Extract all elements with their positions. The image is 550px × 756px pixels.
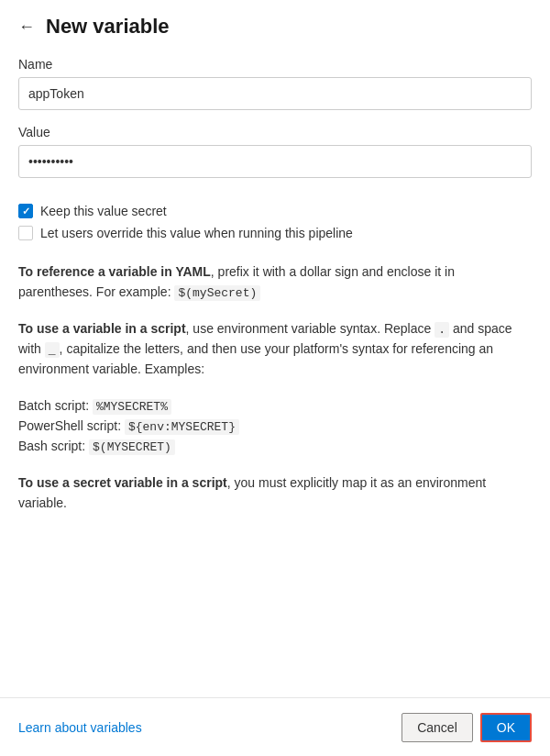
name-section: Name [18, 57, 532, 110]
back-button[interactable]: ← [18, 18, 35, 35]
name-label: Name [18, 57, 532, 72]
checkbox-group: Keep this value secret Let users overrid… [18, 204, 532, 240]
secret-var-block: To use a secret variable in a script, yo… [18, 473, 532, 513]
let-override-checkbox-item[interactable]: Let users override this value when runni… [18, 226, 532, 240]
let-override-label: Let users override this value when runni… [40, 226, 353, 240]
batch-example: Batch script: %MYSECRET% [18, 396, 532, 417]
keep-secret-checkbox-item[interactable]: Keep this value secret [18, 204, 532, 218]
page-title: New variable [46, 15, 170, 39]
footer: Learn about variables Cancel OK [0, 697, 550, 756]
keep-secret-checkbox[interactable] [18, 204, 33, 218]
footer-buttons: Cancel OK [402, 713, 532, 742]
yaml-ref-block: To reference a variable in YAML, prefix … [18, 262, 532, 303]
page-header: ← New variable [18, 15, 532, 39]
script-var-block: To use a variable in a script, use envir… [18, 319, 532, 380]
name-input[interactable] [18, 77, 532, 110]
value-section: Value [18, 125, 532, 178]
powershell-example: PowerShell script: ${env:MYSECRET} [18, 417, 532, 437]
examples-block: Batch script: %MYSECRET% PowerShell scri… [18, 396, 532, 457]
cancel-button[interactable]: Cancel [402, 713, 473, 742]
value-input[interactable] [18, 145, 532, 178]
learn-link[interactable]: Learn about variables [18, 720, 142, 735]
ok-button[interactable]: OK [480, 713, 532, 742]
let-override-checkbox[interactable] [18, 226, 33, 240]
value-label: Value [18, 125, 532, 139]
keep-secret-label: Keep this value secret [40, 204, 167, 218]
bash-example: Bash script: $(MYSECRET) [18, 437, 532, 457]
info-section: To reference a variable in YAML, prefix … [18, 262, 532, 756]
